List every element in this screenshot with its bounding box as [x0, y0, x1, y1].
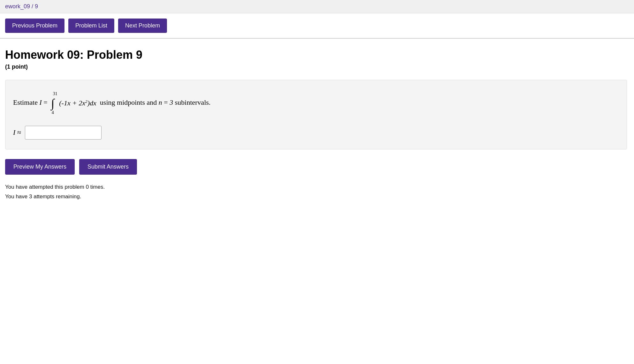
problem-statement: Estimate I = 31 ∫ 4 (-1x + 2x2)dx using … — [13, 90, 619, 117]
answer-input[interactable] — [25, 126, 102, 140]
previous-problem-button[interactable]: Previous Problem — [5, 19, 64, 33]
nav-bar: Previous Problem Problem List Next Probl… — [0, 13, 634, 39]
problem-points: (1 point) — [5, 64, 627, 70]
breadcrumb-link[interactable]: ework_09 / 9 — [5, 3, 38, 10]
integral-expression: 31 ∫ 4 (-1x + 2x2)dx — [51, 90, 96, 117]
next-problem-button[interactable]: Next Problem — [118, 19, 167, 33]
attempts-remaining-line: You have 3 attempts remaining. — [5, 192, 627, 202]
problem-box: Estimate I = 31 ∫ 4 (-1x + 2x2)dx using … — [5, 80, 627, 149]
answer-row: I ≈ — [13, 126, 619, 140]
attempt-count-line: You have attempted this problem 0 times. — [5, 182, 627, 192]
preview-answers-button[interactable]: Preview My Answers — [5, 159, 75, 175]
action-buttons: Preview My Answers Submit Answers — [5, 159, 627, 175]
main-content: Homework 09: Problem 9 (1 point) Estimat… — [0, 39, 632, 211]
approx-label: I ≈ — [13, 128, 21, 137]
problem-list-button[interactable]: Problem List — [68, 19, 114, 33]
problem-title: Homework 09: Problem 9 — [5, 48, 627, 62]
attempt-info: You have attempted this problem 0 times.… — [5, 182, 627, 202]
breadcrumb-bar: ework_09 / 9 — [0, 0, 634, 13]
submit-answers-button[interactable]: Submit Answers — [79, 159, 137, 175]
